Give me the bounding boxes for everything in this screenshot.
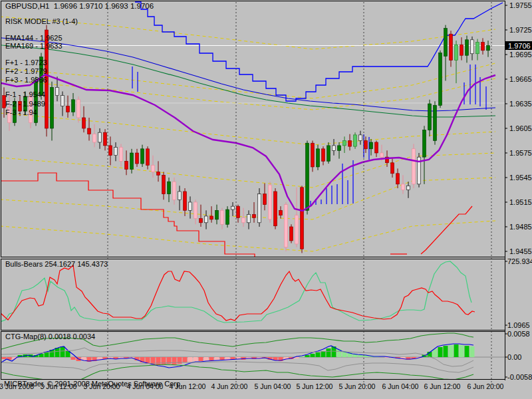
candle-body [391,163,394,174]
fib-plus2-label: F+2 - 1.9779 [5,67,47,75]
ctg-bar [300,356,305,357]
ctg-tick-label: -0.0058 [507,373,532,381]
ctg-bar [204,357,209,360]
candle-body [98,132,102,142]
candle-body [247,214,251,222]
candle-body [343,140,346,145]
ctg-bar [465,346,469,357]
time-label: 5 Jun 12:00 [297,382,333,390]
ctg-bar [172,357,177,364]
ctg-bar [199,357,203,361]
ctg-bar [449,345,454,357]
bb-tick-label: 725.9343 [507,257,532,265]
fib-minus2-label: F-2 - 1.9489 [5,100,45,108]
ctg-bar [327,348,331,357]
candle-body [295,215,299,244]
candle-body [274,192,277,226]
candle-body [130,153,134,170]
candle-body [157,172,160,175]
time-label: 6 Jun 04:00 [382,382,419,390]
ctg-bar [215,357,219,360]
candle-body [380,153,384,157]
ctg-tick-label: 0.00 [507,353,521,361]
candle-body [120,147,123,161]
ctg-bar [71,357,76,360]
ctg-map-label: CTG-Map(8) 0.0018 0.0034 [5,332,95,340]
candle-body [364,140,368,148]
candle-body [258,194,261,223]
ema144-label: EMA144 - 1.9625 [5,34,63,42]
fib-plus3-label: F+3 - 1.9866 [5,76,47,84]
ctg-bar [61,346,65,357]
price-tick-label: 1.9575 [509,149,532,157]
ctg-bar [316,352,321,357]
candle-body [317,149,320,167]
candle-body [56,87,59,95]
mt4-chart-window: { "header": { "title": "GBPUSD,H1 1.9696… [0,0,532,399]
candle-body [88,128,91,134]
ctg-bar [183,357,188,362]
candle-body [348,140,352,146]
candle-body [290,227,293,241]
candle-body [77,100,80,118]
price-tick-label: 1.9485 [509,223,532,231]
candle-body [481,42,485,50]
candle-body [200,219,203,223]
chart-title: GBPUSD,H1 1.9696 1.9710 1.9693 1.9706 [5,2,154,10]
price-tick-label: 1.9695 [509,51,532,59]
candle-body [375,142,378,153]
candle-body [205,216,208,223]
ctg-bar [454,344,459,357]
candle-body [476,42,479,53]
candle-body [402,184,405,190]
candle-body [423,130,426,157]
ema169-label: EMA169 - 1.9633 [5,42,63,50]
candle-body [194,202,198,219]
candle-body [242,217,245,222]
candle-body [114,147,118,155]
time-label: 6 Jun 20:00 [467,382,504,390]
ctg-bar [438,347,443,357]
candle-body [231,206,235,209]
bb-tick-label: 1.0965 [507,321,530,329]
candle-body [396,174,400,184]
candle-body [311,143,315,167]
branding-text: MICBTrader, © 2001-2008 MetaQuotes Softw… [4,380,182,388]
ctg-bar [460,345,464,357]
candle-body [66,106,70,112]
candle-body [82,118,86,128]
bulls-bears-label: Bulls-Bears 254.1627 145.4373 [5,260,108,268]
ctg-bar [311,354,315,357]
price-tick-label: 1.9515 [509,198,532,206]
candle-body [471,40,474,54]
candle-body [61,96,65,106]
candle-body [215,210,219,219]
candle-body [269,185,272,219]
ctg-bar [433,349,438,357]
candle-body [263,194,267,205]
candle-body [168,182,171,194]
fib-minus1-label: F-1 - 1.9544 [5,90,45,98]
candle-body [279,210,283,215]
candle-body [332,146,336,150]
candle-body [173,182,176,200]
price-tick-label: 1.9545 [509,174,532,182]
candle-body [428,104,432,130]
candle-body [306,143,309,210]
candle-body [109,146,112,156]
candle-body [407,186,410,190]
price-tick-label: 1.9635 [509,100,532,108]
candle-body [141,149,144,164]
time-label: 6 Jun 12:00 [424,382,461,390]
price-tick-label: 1.9665 [509,75,532,83]
ctg-bar [305,355,310,357]
ctg-bar [194,357,198,361]
candle-body [178,192,182,200]
ctg-bar [220,357,225,360]
time-label: 5 Jun 20:00 [339,382,376,390]
candle-body [226,209,229,224]
candle-body [72,100,75,112]
ctg-bar [55,348,60,357]
candle-body [125,161,128,169]
candle-body [439,53,442,106]
